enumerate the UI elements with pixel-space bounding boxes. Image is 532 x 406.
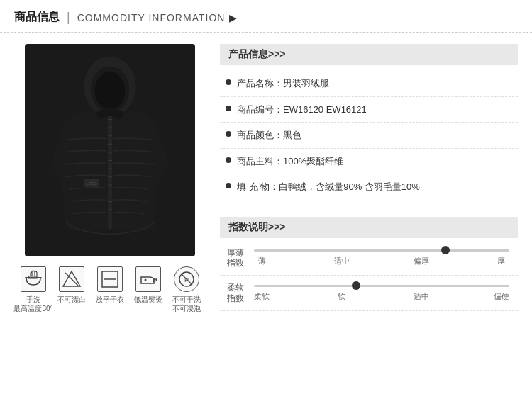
product-info-list: 产品名称：男装羽绒服 商品编号：EW16120 EW16121 商品颜色：黑色 …: [220, 68, 518, 203]
tick-soft: 软: [331, 291, 353, 302]
care-icon-dry-flat: 放平干衣: [95, 266, 125, 304]
info-item-3: 商品主料：100%聚酯纤维: [220, 149, 518, 175]
care-icons-row: 手洗最高温度30° 不可漂白: [18, 266, 201, 313]
care-icon-no-bleach: 不可漂白: [57, 266, 87, 304]
info-text-4: 填 充 物：白鸭绒，含绒量90% 含羽毛量10%: [237, 180, 420, 194]
header-title-en: COMMODITY INFORMATION: [77, 12, 226, 23]
header-separator: |: [67, 10, 70, 25]
jacket-illustration: LOGO: [39, 51, 181, 249]
tick-very-soft: 柔软: [251, 291, 272, 302]
svg-text:LOGO: LOGO: [87, 182, 96, 186]
info-text-0: 产品名称：男装羽绒服: [237, 77, 329, 91]
thickness-track: [254, 249, 509, 252]
care-icon-low-iron: 低温熨烫: [133, 266, 163, 304]
header-title-cn: 商品信息: [14, 10, 60, 25]
care-icon-handwash: 手洗最高温度30°: [18, 266, 48, 313]
thickness-slider-row: 厚薄指数 薄 适中 偏厚 厚: [220, 241, 518, 276]
bullet-0: [226, 79, 231, 85]
thickness-thumb: [441, 246, 450, 254]
tick-thin: 薄: [251, 256, 272, 266]
tick-thick: 偏厚: [411, 256, 432, 266]
index-info-header: 指数说明>>>: [220, 217, 518, 238]
svg-point-25: [145, 279, 147, 281]
info-item-2: 商品颜色：黑色: [220, 123, 518, 149]
tick-medium: 适中: [331, 256, 353, 266]
right-panel: 产品信息>>> 产品名称：男装羽绒服 商品编号：EW16120 EW16121 …: [220, 44, 518, 313]
no-bleach-symbol: [59, 266, 84, 292]
info-item-0: 产品名称：男装羽绒服: [220, 71, 518, 97]
svg-text:P: P: [184, 276, 189, 283]
handwash-symbol: [21, 266, 46, 292]
info-item-1: 商品编号：EW16120 EW16121: [220, 97, 518, 123]
no-bleach-label: 不可漂白: [57, 295, 86, 304]
dry-flat-symbol: [97, 266, 123, 292]
info-text-2: 商品颜色：黑色: [237, 128, 301, 142]
product-info-header: 产品信息>>>: [220, 44, 518, 65]
tick-medium-s: 适中: [411, 291, 432, 302]
info-text-1: 商品编号：EW16120 EW16121: [237, 103, 367, 117]
thickness-label: 厚薄指数: [226, 248, 245, 269]
svg-point-2: [95, 72, 125, 110]
softness-track: [254, 285, 509, 287]
header-arrow-icon: ▶: [229, 12, 237, 23]
left-panel: LOGO: [14, 44, 206, 313]
info-item-4: 填 充 物：白鸭绒，含绒量90% 含羽毛量10%: [220, 174, 518, 200]
bullet-4: [226, 183, 231, 188]
softness-label: 柔软指数: [226, 283, 245, 303]
page-header: 商品信息 | COMMODITY INFORMATION ▶: [0, 0, 532, 33]
handwash-label: 手洗最高温度30°: [13, 295, 52, 313]
no-dry-clean-symbol: P: [174, 266, 199, 292]
softness-track-container: 柔软 软 适中 偏硬: [251, 285, 512, 302]
softness-slider-row: 柔软指数 柔软 软 适中 偏硬: [220, 276, 518, 311]
bullet-2: [226, 131, 231, 137]
bullet-1: [226, 106, 231, 111]
index-section: 指数说明>>> 厚薄指数 薄 适中 偏厚 厚 柔: [220, 217, 518, 312]
info-text-3: 商品主料：100%聚酯纤维: [237, 154, 343, 169]
main-content: LOGO: [0, 33, 532, 325]
bullet-3: [226, 157, 231, 163]
no-dry-clean-label: 不可干洗不可浸泡: [172, 295, 201, 313]
softness-ticks: 柔软 软 适中 偏硬: [251, 291, 512, 302]
dry-flat-label: 放平干衣: [96, 295, 124, 304]
care-icon-no-dry-clean: P 不可干洗不可浸泡: [172, 266, 201, 313]
low-iron-label: 低温熨烫: [134, 295, 162, 304]
product-image: LOGO: [25, 44, 195, 256]
low-iron-symbol: [135, 266, 161, 292]
tick-hard: 偏硬: [491, 291, 512, 302]
thickness-track-container: 薄 适中 偏厚 厚: [251, 249, 512, 266]
softness-thumb: [352, 281, 360, 290]
tick-very-thick: 厚: [491, 256, 512, 266]
thickness-ticks: 薄 适中 偏厚 厚: [251, 256, 512, 266]
